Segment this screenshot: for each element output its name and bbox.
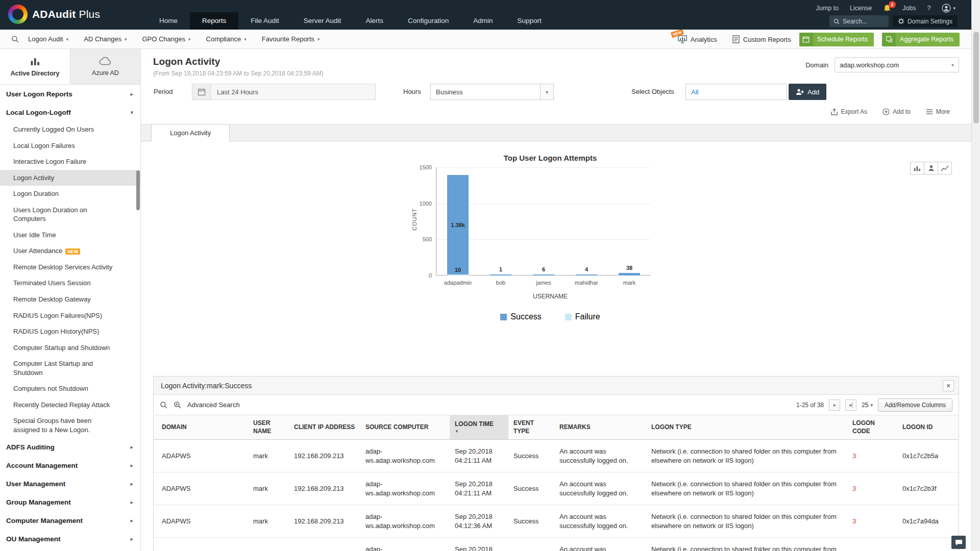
calendar-icon[interactable] [192, 84, 211, 99]
notifications-bell-icon[interactable]: 2 [883, 4, 891, 13]
bar-bob[interactable] [490, 274, 511, 276]
hours-select[interactable]: Business ▾ [430, 84, 554, 100]
sidebar-item-logon-activity[interactable]: Logon Activity [0, 170, 140, 186]
bar-mark[interactable] [619, 273, 640, 276]
sidebar-item-recently-detected-replay-attack[interactable]: Recently Detected Replay Attack [0, 397, 140, 413]
nav-item-file-audit[interactable]: File Audit [238, 12, 291, 30]
sidebar-item-currently-logged-on-users[interactable]: Currently Logged On Users [0, 121, 140, 138]
add-button[interactable]: Add [789, 84, 826, 100]
scrollbar-thumb[interactable] [973, 32, 979, 123]
column-header-event-type[interactable]: EVENT TYPE [508, 415, 554, 440]
legend-failure[interactable]: Failure [565, 312, 600, 321]
nav-item-reports[interactable]: Reports [190, 12, 238, 30]
jobs-link[interactable]: Jobs [902, 5, 916, 12]
aggregate-reports-button[interactable]: Aggregate Reports [882, 33, 960, 46]
sidebar-item-radius-logon-failures-nps[interactable]: RADIUS Logon Failures(NPS) [0, 308, 140, 324]
table-row[interactable]: ADAPWSmark192.168.209.213adap-ws.adap.wo… [154, 538, 959, 551]
menu-compliance[interactable]: Compliance▾ [206, 35, 247, 43]
search-icon[interactable] [160, 401, 167, 409]
column-header-logon-time[interactable]: LOGON TIME▼ [450, 415, 508, 440]
sidebar-section-account-management[interactable]: Account Management▸ [0, 456, 140, 474]
chart-type-bar-button[interactable] [910, 162, 924, 174]
bar-mahidhar[interactable] [576, 274, 597, 276]
tab-logon-activity[interactable]: Logon Activity [151, 124, 230, 141]
column-header-domain[interactable]: DOMAIN [154, 415, 248, 440]
sidebar-section-gpo-management[interactable]: GPO Management▸ [0, 548, 140, 551]
sidebar-item-computer-last-startup-and-shutdown[interactable]: Computer Last Startup and Shutdown [0, 356, 140, 381]
nav-item-configuration[interactable]: Configuration [396, 12, 461, 30]
period-input[interactable]: Last 24 Hours [192, 84, 376, 100]
sidebar-section-user-logon-reports[interactable]: User Logon Reports▸ [0, 85, 140, 103]
column-header-remarks[interactable]: REMARKS [554, 415, 646, 440]
license-link[interactable]: License [850, 5, 872, 12]
column-header-user-name[interactable]: USER NAME [248, 415, 289, 440]
select-objects-input[interactable]: All [685, 84, 787, 100]
menu-gpo-changes[interactable]: GPO Changes▾ [142, 35, 190, 43]
menu-ad-changes[interactable]: AD Changes▾ [84, 35, 127, 43]
sidebar-item-interactive-logon-failure[interactable]: Interactive Logon Failure [0, 154, 140, 170]
page-size-select[interactable]: 25 ▾ [862, 402, 873, 409]
sidebar-section-group-management[interactable]: Group Management▸ [0, 493, 140, 511]
sidebar-section-local-logon-logoff[interactable]: Local Logon-Logoff▾ [0, 103, 140, 121]
advanced-search-label[interactable]: Advanced Search [187, 401, 240, 409]
chart-type-line-button[interactable] [938, 162, 952, 174]
close-icon[interactable]: × [943, 380, 954, 391]
sidebar-scrollbar-thumb[interactable] [136, 170, 140, 210]
column-header-logon-type[interactable]: LOGON TYPE [646, 415, 847, 440]
report-search-icon[interactable] [11, 35, 19, 43]
menu-logon-audit[interactable]: Logon Audit▾ [28, 35, 68, 43]
table-row[interactable]: ADAPWSmark192.168.209.213adap-ws.adap.wo… [154, 440, 959, 472]
column-header-client-ip-address[interactable]: CLIENT IP ADDRESS [289, 415, 360, 440]
global-search[interactable]: Search... [829, 15, 889, 27]
sidebar-item-radius-logon-history-nps[interactable]: RADIUS Logon History(NPS) [0, 323, 140, 340]
sidebar-item-local-logon-failures[interactable]: Local Logon Failures [0, 138, 140, 154]
tab-azure-ad[interactable]: Azure AD [70, 49, 140, 84]
sidebar-section-adfs-auditing[interactable]: ADFS Auditing▸ [0, 438, 140, 456]
sidebar-item-computer-startup-and-shutdown[interactable]: Computer Startup and Shutdown [0, 340, 140, 356]
jump-to-link[interactable]: Jump to [816, 5, 839, 12]
sidebar-item-user-attendance[interactable]: User AttendanceNEW [0, 243, 140, 259]
add-remove-columns-button[interactable]: Add/Remove Columns [878, 398, 952, 412]
menu-favourite-reports[interactable]: Favourite Reports▾ [262, 35, 320, 43]
custom-reports-button[interactable]: Custom Reports [732, 35, 791, 43]
nav-item-admin[interactable]: Admin [461, 12, 505, 30]
sidebar-item-special-groups-have-been-assigned-to-a-new-logon[interactable]: Special Groups have been assigned to a N… [0, 413, 140, 438]
table-row[interactable]: ADAPWSmark192.168.209.213adap-ws.adap.wo… [154, 505, 959, 538]
nav-item-alerts[interactable]: Alerts [353, 12, 396, 30]
more-button[interactable]: More [926, 108, 950, 115]
bar-adapadmin[interactable]: 1.38k [447, 175, 469, 276]
sidebar-item-remote-desktop-gateway[interactable]: Remote Desktop Gateway [0, 291, 140, 308]
column-header-logon-id[interactable]: LOGON ID [897, 415, 959, 440]
user-menu[interactable]: ▾ [942, 4, 955, 13]
chart-user-button[interactable] [924, 162, 938, 174]
sidebar-section-ou-management[interactable]: OU Management▸ [0, 530, 140, 548]
last-page-button[interactable]: ▸| [845, 399, 856, 411]
domain-settings-button[interactable]: Domain Settings [893, 15, 958, 27]
sidebar-item-logon-duration[interactable]: Logon Duration [0, 186, 140, 202]
sidebar-section-user-management[interactable]: User Management▸ [0, 474, 140, 493]
tab-active-directory[interactable]: Active Directory [0, 49, 70, 84]
sidebar-section-computer-management[interactable]: Computer Management▸ [0, 511, 140, 530]
legend-success[interactable]: Success [500, 312, 541, 321]
table-row[interactable]: ADAPWSmark192.168.209.213adap-ws.adap.wo… [154, 472, 959, 505]
sidebar-item-computers-not-shutdown[interactable]: Computers not Shutdown [0, 381, 140, 397]
help-icon[interactable]: ? [927, 5, 931, 12]
sidebar-item-remote-desktop-services-activity[interactable]: Remote Desktop Services Activity [0, 259, 140, 276]
column-header-logon-code[interactable]: LOGON CODE [847, 415, 897, 440]
nav-item-home[interactable]: Home [147, 12, 190, 30]
page-scrollbar[interactable] [971, 0, 980, 551]
nav-item-server-audit[interactable]: Server Audit [291, 12, 354, 30]
schedule-reports-button[interactable]: Schedule Reports [799, 33, 874, 46]
domain-dropdown[interactable]: adap.workshop.com ▾ [835, 57, 959, 72]
sidebar-item-users-logon-duration-on-computers[interactable]: Users Logon Duration on Computers [0, 202, 140, 227]
chat-button[interactable] [951, 536, 966, 549]
sidebar-item-user-idle-time[interactable]: User Idle Time [0, 227, 140, 243]
bar-james[interactable] [533, 274, 554, 276]
sidebar-item-terminated-users-session[interactable]: Terminated Users Session [0, 275, 140, 291]
export-as-button[interactable]: Export As [830, 108, 867, 116]
next-page-button[interactable]: ▸ [829, 399, 840, 411]
analytics-button[interactable]: NEW Analytics [678, 35, 717, 43]
nav-item-support[interactable]: Support [505, 12, 553, 30]
advanced-search-icon[interactable] [174, 401, 181, 409]
add-to-button[interactable]: Add to [883, 108, 911, 115]
